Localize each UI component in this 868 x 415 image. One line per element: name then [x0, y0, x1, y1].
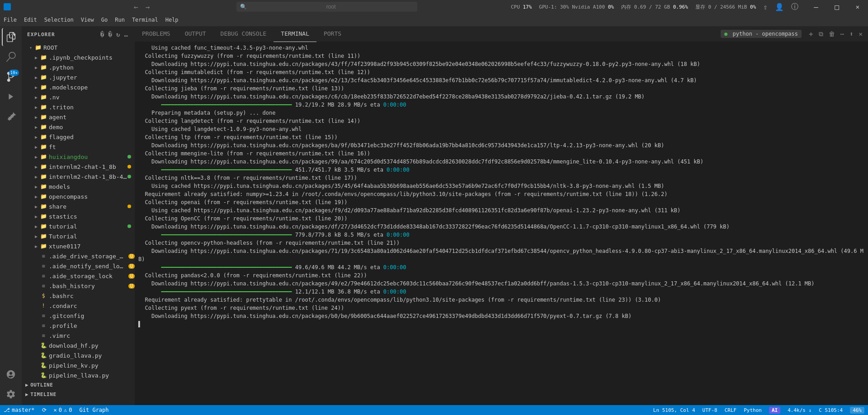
file-icon: ≡ — [40, 332, 47, 339]
menu-file[interactable]: File — [0, 16, 20, 24]
titlebar-search[interactable]: 🔍 — [236, 2, 417, 12]
line-col-item[interactable]: Ln 5105, Col 4 — [650, 405, 699, 415]
close-button[interactable]: ✕ — [847, 0, 868, 14]
sync-item[interactable]: ⟳ — [38, 405, 50, 415]
tree-item-tutorial-lower[interactable]: ▶📁tutorial — [22, 221, 135, 231]
tree-item-ft[interactable]: ▶📁ft — [22, 142, 135, 152]
info-icon[interactable]: ⓘ — [791, 2, 798, 12]
encoding-item[interactable]: UTF-8 — [699, 405, 721, 415]
tree-item-huixiangdou[interactable]: ▶📁huixiangdou — [22, 152, 135, 162]
tab-ports[interactable]: PORTS — [316, 26, 349, 42]
tree-item-python[interactable]: ▶📁.python — [22, 62, 135, 72]
tree-item-stastics[interactable]: ▶📁stastics — [22, 211, 135, 221]
tree-item-modelscope[interactable]: ▶📁.modelscope — [22, 82, 135, 92]
tree-item-opencompass[interactable]: ▶📁opencompass — [22, 191, 135, 201]
tree-item-profile[interactable]: ▶≡.profile — [22, 321, 135, 331]
menu-run[interactable]: Run — [111, 16, 128, 24]
tree-item-agent[interactable]: ▶📁agent — [22, 112, 135, 122]
trash-terminal-button[interactable]: 🗑 — [827, 28, 837, 39]
tab-output[interactable]: OUTPUT — [178, 26, 213, 42]
tree-item-jupyter[interactable]: ▶📁.jupyter — [22, 72, 135, 82]
tree-item-triton[interactable]: ▶📁.triton — [22, 102, 135, 112]
term-line: Downloading https://pypi.tuna.tsinghua.e… — [138, 76, 864, 84]
progress-bar: ━━━━━━━━━━━━━━━━━━━━━━━━━━━━━━━━━━━━━━━━ — [161, 102, 292, 108]
menu-go[interactable]: Go — [98, 16, 111, 24]
new-folder-button[interactable]: � — [107, 30, 113, 39]
activity-extensions[interactable] — [2, 107, 20, 126]
git-branch-item[interactable]: ⎇ master* — [0, 405, 38, 415]
tree-item-share[interactable]: ▶📁share — [22, 201, 135, 211]
nav-back-button[interactable]: ← — [134, 3, 138, 11]
new-file-button[interactable]: � — [99, 30, 106, 39]
file-icon: ≡ — [40, 312, 47, 319]
menu-edit[interactable]: Edit — [20, 16, 41, 24]
tree-item-flagged[interactable]: ▶📁flagged — [22, 132, 135, 142]
ai-item[interactable]: AI — [765, 405, 784, 415]
tree-root[interactable]: ▾ 📁 ROOT — [22, 42, 135, 52]
tree-item-internlm2-chat-18b-4bit[interactable]: ▶📁internlm2-chat-1_8b-4bit — [22, 172, 135, 182]
activity-run-debug[interactable] — [2, 88, 20, 106]
tab-terminal[interactable]: TERMINAL — [274, 26, 316, 42]
menu-help[interactable]: Help — [162, 16, 182, 24]
terminal-content[interactable]: Using cached func_timeout-4.3.5-py3-none… — [135, 42, 868, 405]
nav-forward-button[interactable]: → — [146, 3, 150, 11]
language-item[interactable]: Python — [740, 405, 765, 415]
zoom-item[interactable]: 46% — [846, 405, 868, 415]
activity-settings[interactable] — [2, 385, 20, 403]
network-speed-item[interactable]: 4.4k/s ↓ — [784, 405, 815, 415]
split-terminal-button[interactable]: ⧉ — [817, 28, 825, 40]
tree-item-condarc[interactable]: ▶!.condarc — [22, 301, 135, 311]
errors-item[interactable]: ✕ 0 ⚠ 0 — [50, 405, 76, 415]
terminal-instance-name: python - opencompass — [733, 31, 798, 37]
tree-item-tutorial-upper[interactable]: ▶📁Tutorial — [22, 231, 135, 241]
menu-selection[interactable]: Selection — [41, 16, 77, 24]
search-input[interactable] — [249, 4, 414, 10]
tab-debug-console[interactable]: DEBUG CONSOLE — [213, 26, 274, 42]
menu-terminal[interactable]: Terminal — [128, 16, 162, 24]
tree-item-demo[interactable]: ▶📁demo — [22, 122, 135, 132]
tab-problems[interactable]: PROBLEMS — [135, 26, 178, 42]
timeline-section[interactable]: ▶ TIMELINE — [22, 390, 135, 399]
maximize-panel-button[interactable]: ⬆ — [848, 28, 855, 39]
more-actions-button[interactable]: ⋯ — [839, 28, 846, 39]
tree-item-nv[interactable]: ▶📁.nv — [22, 92, 135, 102]
zoom-badge: 46% — [850, 407, 864, 414]
tree-item-bashrc[interactable]: ▶$.bashrc — [22, 291, 135, 301]
refresh-button[interactable]: ↻ — [115, 30, 122, 39]
vram-info: 显存 0 / 24566 MiB 0% — [695, 4, 756, 10]
tree-item-internlm2-chat-18b[interactable]: ▶📁internlm2-chat-1_8b — [22, 162, 135, 172]
tree-item-pipeline-kv[interactable]: ▶🐍pipeline_kv.py — [22, 360, 135, 370]
activity-search[interactable] — [2, 48, 20, 66]
menu-view[interactable]: View — [77, 16, 98, 24]
tree-item-aide-storage[interactable]: ▶≡.aide_storage_lockU — [22, 271, 135, 281]
tree-item-aide-notify[interactable]: ▶≡.aide_notify_send_lockU — [22, 261, 135, 271]
cursor-pos-item[interactable]: C 5105:4 — [815, 405, 846, 415]
line-ending-item[interactable]: CRLF — [721, 405, 741, 415]
tree-item-gitconfig[interactable]: ▶≡.gitconfig — [22, 311, 135, 321]
tree-item-aide-drive[interactable]: ▶≡.aide_drive_storage_lockU — [22, 251, 135, 261]
activity-explorer[interactable] — [2, 28, 20, 46]
activity-account[interactable] — [2, 365, 20, 383]
tree-item-pipeline-llava[interactable]: ▶🐍pipeline_llava.py — [22, 370, 135, 380]
tree-item-models[interactable]: ▶📁models — [22, 182, 135, 191]
collapse-all-button[interactable]: … — [123, 30, 129, 39]
errors-count: 0 — [59, 407, 62, 413]
tree-item-ipynb[interactable]: ▶📁.ipynb_checkpoints — [22, 52, 135, 62]
tree-item-gradio-llava[interactable]: ▶🐍gradio_llava.py — [22, 350, 135, 360]
avatar-icon[interactable]: 👤 — [775, 3, 784, 11]
tree-item-download-hf[interactable]: ▶🐍download_hf.py — [22, 340, 135, 350]
git-graph-item[interactable]: Git Graph — [76, 405, 113, 415]
tree-item-xtune0117[interactable]: ▶📁xtune0117 — [22, 241, 135, 251]
folder-icon: 📁 — [40, 213, 47, 220]
close-panel-button[interactable]: ✕ — [857, 28, 864, 39]
minimize-button[interactable]: — — [806, 0, 826, 14]
activity-source-control[interactable]: 10+ — [2, 68, 20, 86]
folder-icon: 📁 — [40, 242, 47, 250]
add-terminal-button[interactable]: + — [807, 28, 815, 40]
upload-icon[interactable]: ⇧ — [763, 3, 768, 11]
tree-item-vimrc[interactable]: ▶≡.vimrc — [22, 331, 135, 340]
maximize-button[interactable]: □ — [826, 0, 847, 14]
outline-section[interactable]: ▶ OUTLINE — [22, 380, 135, 390]
file-icon: ≡ — [40, 252, 47, 260]
tree-item-bash-history[interactable]: ▶≡.bash_historyU — [22, 281, 135, 291]
